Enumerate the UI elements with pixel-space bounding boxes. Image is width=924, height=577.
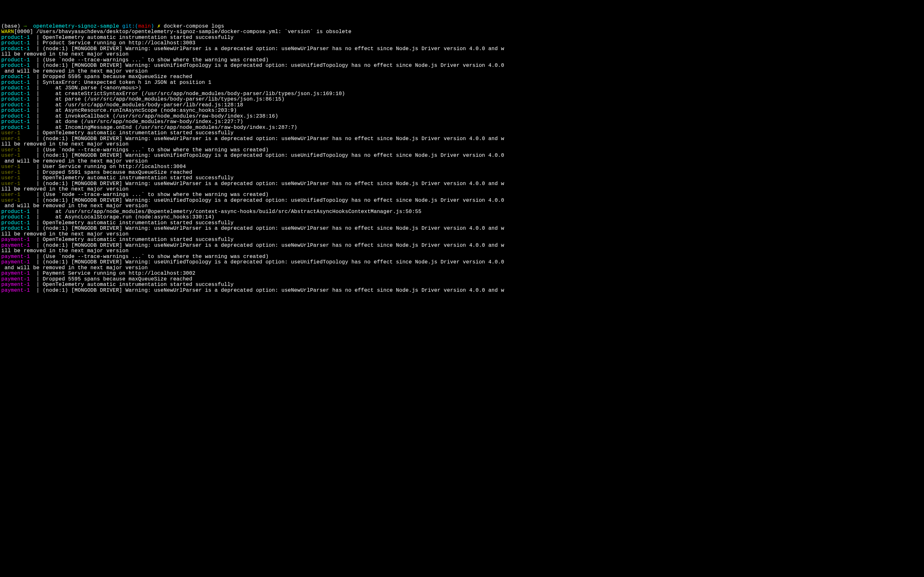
log-message: (node:1) [MONGODB DRIVER] Warning: useNe… <box>43 243 505 248</box>
log-pipe: | <box>30 287 43 293</box>
log-line-service: user-1 | (node:1) [MONGODB DRIVER] Warni… <box>1 181 923 187</box>
log-pipe: | <box>30 259 43 265</box>
log-line-service: product-1 | at /usr/src/app/node_modules… <box>1 209 923 214</box>
service-name: product-1 <box>1 209 30 214</box>
log-message: (node:1) [MONGODB DRIVER] Warning: useUn… <box>43 153 505 158</box>
log-message: ill be removed in the next major version <box>1 248 129 254</box>
log-message: at AsyncLocalStorage.run (node:async_hoo… <box>43 214 214 220</box>
log-pipe: | <box>30 147 43 153</box>
log-pipe: | <box>30 136 43 142</box>
prompt-command: docker-compose logs <box>164 23 224 29</box>
log-line-continuation: and will be removed in the next major ve… <box>1 159 923 164</box>
log-message: at invokeCallback (/usr/src/app/node_mod… <box>43 113 278 119</box>
log-line-service: payment-1 | Dropped 5595 spans because m… <box>1 277 923 282</box>
log-line-continuation: and will be removed in the next major ve… <box>1 265 923 271</box>
prompt-dirty-icon: ✗ <box>157 23 161 29</box>
log-message: (node:1) [MONGODB DRIVER] Warning: useUn… <box>43 198 505 203</box>
service-name: user-1 <box>1 181 30 187</box>
log-message: Dropped 5595 spans because maxQueueSize … <box>43 74 192 80</box>
terminal-output[interactable]: (base) → opentelemetry-signoz-sample git… <box>1 24 923 293</box>
log-message: OpenTelemetry automatic instrumentation … <box>43 130 234 136</box>
log-message: (node:1) [MONGODB DRIVER] Warning: useNe… <box>43 181 505 187</box>
log-message: [0000] /Users/bhavyasachdeva/desktop/ope… <box>14 29 352 35</box>
log-line-service: payment-1 | Payment Service running on h… <box>1 271 923 276</box>
prompt-git-label: git:( <box>122 23 138 29</box>
log-pipe: | <box>30 214 43 220</box>
log-message: Dropped 5591 spans because maxQueueSize … <box>43 170 192 176</box>
log-message: Product Service running on http://localh… <box>43 40 196 46</box>
log-pipe: | <box>30 113 43 119</box>
log-pipe: | <box>30 108 43 113</box>
log-pipe: | <box>30 209 43 214</box>
log-pipe: | <box>30 80 43 85</box>
log-line-service: user-1 | (node:1) [MONGODB DRIVER] Warni… <box>1 136 923 142</box>
log-line-service: product-1 | Product Service running on h… <box>1 40 923 46</box>
log-line-service: product-1 | (node:1) [MONGODB DRIVER] Wa… <box>1 226 923 231</box>
service-name: product-1 <box>1 35 30 40</box>
log-line-continuation: ill be removed in the next major version <box>1 232 923 237</box>
service-name: product-1 <box>1 57 30 63</box>
prompt-git-close: ) <box>151 23 154 29</box>
log-line-service: product-1 | at done (/usr/src/app/node_m… <box>1 119 923 125</box>
log-line-continuation: ill be removed in the next major version <box>1 142 923 147</box>
log-line-service: user-1 | (Use `node --trace-warnings ...… <box>1 192 923 198</box>
log-message: (node:1) [MONGODB DRIVER] Warning: useNe… <box>43 287 505 293</box>
log-line-service: user-1 | OpenTelemetry automatic instrum… <box>1 176 923 181</box>
log-message: Payment Service running on http://localh… <box>43 271 196 276</box>
service-name: product-1 <box>1 113 30 119</box>
log-line-service: payment-1 | (Use `node --trace-warnings … <box>1 254 923 259</box>
service-name: user-1 <box>1 192 30 198</box>
service-name: user-1 <box>1 130 30 136</box>
service-name: payment-1 <box>1 259 30 265</box>
log-message: OpenTelemetry automatic instrumentation … <box>43 237 234 243</box>
log-line-service: user-1 | User Service running on http://… <box>1 164 923 170</box>
log-line-service: product-1 | Dropped 5595 spans because m… <box>1 74 923 80</box>
service-name: product-1 <box>1 119 30 125</box>
service-name: product-1 <box>1 80 30 85</box>
service-name: product-1 <box>1 97 30 102</box>
log-line-continuation: ill be removed in the next major version <box>1 187 923 192</box>
log-pipe: | <box>30 102 43 108</box>
log-line-service: product-1 | at AsyncLocalStorage.run (no… <box>1 214 923 220</box>
prompt-env: (base) <box>1 23 21 29</box>
log-message: and will be removed in the next major ve… <box>1 158 148 164</box>
log-message: ill be removed in the next major version <box>1 186 129 192</box>
log-pipe: | <box>30 35 43 40</box>
log-pipe: | <box>30 198 43 203</box>
service-name: product-1 <box>1 214 30 220</box>
log-line-service: product-1 | SyntaxError: Unexpected toke… <box>1 80 923 85</box>
log-message: (node:1) [MONGODB DRIVER] Warning: useUn… <box>43 259 505 265</box>
log-message: ill be removed in the next major version <box>1 52 129 57</box>
prompt-cwd: opentelemetry-signoz-sample <box>33 23 119 29</box>
log-pipe: | <box>30 63 43 68</box>
log-pipe: | <box>30 282 43 287</box>
log-message: Dropped 5595 spans because maxQueueSize … <box>43 276 192 282</box>
log-message: at JSON.parse (<anonymous>) <box>43 85 141 91</box>
log-message: (Use `node --trace-warnings ...` to show… <box>43 254 269 259</box>
log-message: ill be removed in the next major version <box>1 231 129 237</box>
log-line-continuation: and will be removed in the next major ve… <box>1 203 923 209</box>
log-line-service: product-1 | at AsyncResource.runInAsyncS… <box>1 108 923 113</box>
log-line-service: product-1 | (node:1) [MONGODB DRIVER] Wa… <box>1 63 923 68</box>
service-name: product-1 <box>1 40 30 46</box>
service-name: product-1 <box>1 63 30 68</box>
service-name: product-1 <box>1 46 30 52</box>
log-line-continuation: ill be removed in the next major version <box>1 52 923 57</box>
log-line-service: product-1 | at createStrictSyntaxError (… <box>1 91 923 97</box>
service-name: product-1 <box>1 220 30 226</box>
log-line-service: payment-1 | OpenTelemetry automatic inst… <box>1 282 923 287</box>
log-pipe: | <box>30 97 43 102</box>
log-message: (node:1) [MONGODB DRIVER] Warning: useNe… <box>43 46 505 52</box>
log-message: at /usr/src/app/node_modules/body-parser… <box>43 102 243 108</box>
log-pipe: | <box>30 170 43 176</box>
log-pipe: | <box>30 85 43 91</box>
log-message: at done (/usr/src/app/node_modules/raw-b… <box>43 119 243 125</box>
log-message: (Use `node --trace-warnings ...` to show… <box>43 57 269 63</box>
log-message: at AsyncResource.runInAsyncScope (node:a… <box>43 108 237 113</box>
log-pipe: | <box>30 57 43 63</box>
service-name: user-1 <box>1 153 30 158</box>
service-name: product-1 <box>1 102 30 108</box>
log-line-service: product-1 | (Use `node --trace-warnings … <box>1 58 923 63</box>
log-line-service: product-1 | at invokeCallback (/usr/src/… <box>1 114 923 119</box>
log-message: OpenTelemetry automatic instrumentation … <box>43 220 234 226</box>
